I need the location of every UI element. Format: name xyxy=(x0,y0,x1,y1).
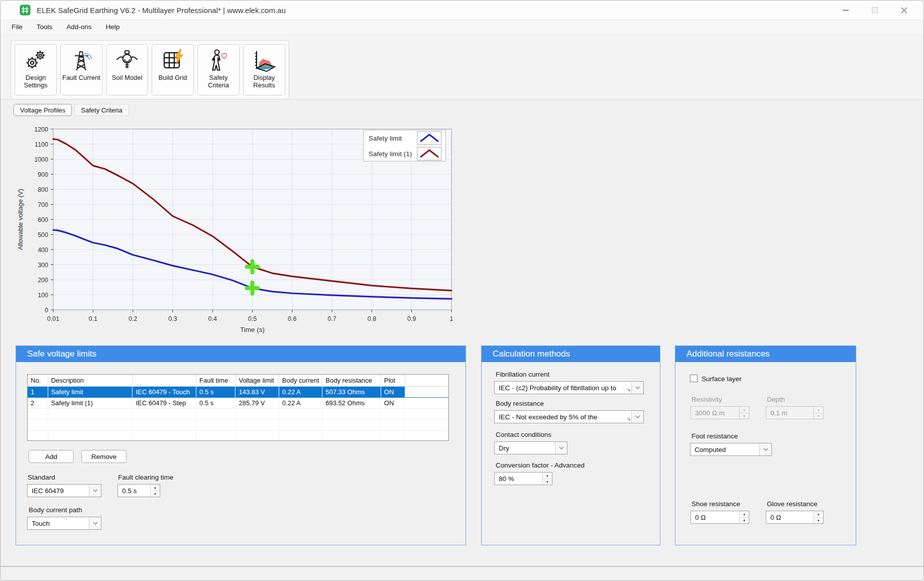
tab-voltage-profiles[interactable]: Voltage Profiles xyxy=(14,104,72,116)
fault-clearing-time-spinner[interactable]: 0.5 s ▲▼ xyxy=(118,484,160,497)
table-row[interactable]: 2Safety limit (1)IEC 60479 - Step0.5 s28… xyxy=(28,398,448,409)
spin-down-icon: ▼ xyxy=(740,518,749,524)
standard-label: Standard xyxy=(28,474,55,481)
spin-up-icon: ▲ xyxy=(814,407,823,413)
maximize-button[interactable] xyxy=(860,1,889,20)
y-axis-title: Allowable voltage (V) xyxy=(17,189,24,250)
y-tick-label: 300 xyxy=(38,262,48,269)
legend-label: Safety limit (1) xyxy=(369,150,412,158)
table-empty-row xyxy=(28,409,448,420)
column-header: Description xyxy=(48,375,133,387)
menu-file[interactable]: File xyxy=(5,23,30,31)
spin-down-icon: ▼ xyxy=(740,413,749,419)
chevron-down-icon xyxy=(631,411,643,423)
text-overflow-icon: ↘ xyxy=(627,382,631,394)
conversion-factor-spinner[interactable]: 80 % ▲▼ xyxy=(494,472,552,485)
y-tick-label: 200 xyxy=(38,277,48,284)
conversion-factor-label: Conversion factor - Advanced xyxy=(496,461,585,469)
panel-title: Safe voltage limits xyxy=(16,346,466,362)
column-header xyxy=(133,375,196,387)
x-tick-label: 0.5 xyxy=(248,315,257,322)
menu-addons[interactable]: Add-ons xyxy=(59,23,98,31)
x-tick-label: 0.3 xyxy=(168,315,177,322)
close-button[interactable] xyxy=(889,1,918,20)
menu-tools[interactable]: Tools xyxy=(30,23,60,31)
column-header: Body resistance xyxy=(322,375,381,387)
add-button[interactable]: Add xyxy=(29,450,74,463)
table-row[interactable]: 1Safety limitIEC 60479 - Touch0.5 s143.8… xyxy=(28,387,448,398)
spinner-buttons: ▲▼ xyxy=(814,407,823,419)
spinner-buttons[interactable]: ▲▼ xyxy=(739,511,749,523)
fault-current-button[interactable]: Fault Current xyxy=(60,44,102,95)
display-results-button[interactable]: Display Results xyxy=(243,44,285,95)
spinner-buttons: ▲▼ xyxy=(739,407,749,419)
fault-clearing-time-label: Fault clearing time xyxy=(118,474,173,481)
y-tick-label: 1200 xyxy=(34,126,48,133)
design-settings-button[interactable]: Design Settings xyxy=(15,44,57,95)
x-tick-label: 0.8 xyxy=(368,315,376,322)
spin-up-icon: ▲ xyxy=(740,407,749,413)
y-tick-label: 600 xyxy=(38,216,48,223)
status-bar xyxy=(1,567,923,580)
column-header: Voltage limit xyxy=(236,375,279,387)
chevron-down-icon xyxy=(759,443,771,455)
spin-up-icon: ▲ xyxy=(740,511,749,518)
contact-conditions-select[interactable]: Dry xyxy=(494,441,567,454)
body-current-path-select[interactable]: Touch xyxy=(27,517,101,530)
surface-plot-icon xyxy=(252,48,276,72)
body-current-path-label: Body current path xyxy=(29,506,82,514)
foot-resistance-label: Foot resistance xyxy=(691,432,738,440)
build-grid-button[interactable]: Build Grid xyxy=(152,44,194,95)
maximize-icon xyxy=(871,7,878,14)
chevron-down-icon xyxy=(89,485,101,497)
fibrillation-current-label: Fibrillation current xyxy=(496,371,549,378)
spinner-buttons[interactable]: ▲▼ xyxy=(814,511,823,523)
additional-resistances-panel: Additional resistances Surface layer Res… xyxy=(675,345,856,545)
toolbar-strip: Design Settings Fault Current xyxy=(1,34,923,99)
chevron-down-icon xyxy=(631,382,643,394)
spin-down-icon: ▼ xyxy=(814,518,823,524)
x-tick-label: 0.01 xyxy=(47,315,59,322)
spin-down-icon: ▼ xyxy=(151,491,160,497)
shoe-resistance-spinner[interactable]: 0 Ω ▲▼ xyxy=(690,511,749,524)
resistivity-spinner: 3000 Ω.m ▲▼ xyxy=(690,406,749,419)
toolbar-button-label: Design Settings xyxy=(15,74,56,89)
y-tick-label: 500 xyxy=(38,231,48,239)
remove-button[interactable]: Remove xyxy=(81,450,127,463)
column-header: Plot xyxy=(381,375,405,387)
contact-conditions-label: Contact conditions xyxy=(496,431,551,438)
voltage-profiles-chart: 0100200300400500600700800900100011001200… xyxy=(16,123,463,344)
table-empty-row xyxy=(28,431,448,441)
column-header: Fault time xyxy=(196,375,236,387)
menu-help[interactable]: Help xyxy=(99,23,127,31)
y-tick-label: 900 xyxy=(38,171,48,178)
glove-resistance-label: Glove resistance xyxy=(767,500,818,508)
y-tick-label: 1000 xyxy=(34,156,48,163)
spin-up-icon: ▲ xyxy=(814,511,823,518)
toolbar-button-label: Soil Model xyxy=(112,74,143,81)
toolbar-button-label: Safety Criteria xyxy=(198,74,239,89)
standard-select[interactable]: IEC 60479 xyxy=(27,484,101,497)
y-tick-label: 0 xyxy=(45,307,48,314)
y-tick-label: 800 xyxy=(38,186,48,193)
resistivity-label: Resistivity xyxy=(691,396,722,403)
spinner-buttons[interactable]: ▲▼ xyxy=(150,485,160,497)
spinner-buttons[interactable]: ▲▼ xyxy=(542,473,552,485)
fibrillation-current-select[interactable]: IEC - (c2) Probability of fibrillation u… xyxy=(494,381,644,394)
glove-resistance-spinner[interactable]: 0 Ω ▲▼ xyxy=(766,511,824,524)
close-icon xyxy=(900,7,908,14)
spin-up-icon: ▲ xyxy=(543,473,552,479)
y-tick-label: 400 xyxy=(38,247,48,254)
tab-safety-criteria[interactable]: Safety Criteria xyxy=(74,104,129,116)
surface-layer-checkbox[interactable] xyxy=(690,375,698,382)
depth-spinner: 0.1 m ▲▼ xyxy=(766,406,824,419)
body-resistance-select[interactable]: IEC - Not exceeded by 5% of the ↘ xyxy=(494,410,644,423)
soil-model-button[interactable]: Soil Model xyxy=(106,44,148,95)
minimize-button[interactable] xyxy=(831,1,860,20)
y-tick-label: 100 xyxy=(38,292,48,299)
safety-criteria-button[interactable]: Safety Criteria xyxy=(197,44,240,95)
title-bar: ELEK SafeGrid Earthing V6.2 - Multilayer… xyxy=(1,1,923,20)
table-scrollbar-track[interactable] xyxy=(405,375,448,387)
foot-resistance-select[interactable]: Computed xyxy=(690,443,772,456)
toolbar-button-label: Build Grid xyxy=(158,74,187,81)
